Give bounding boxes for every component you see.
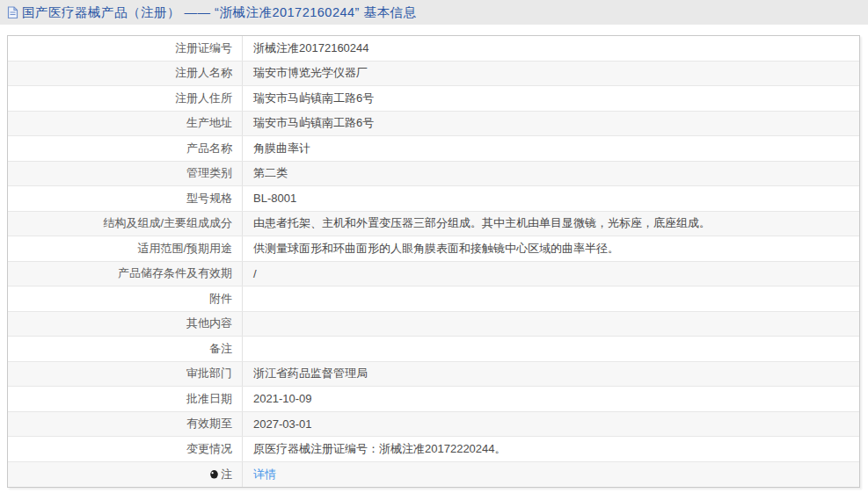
row-value: 瑞安市博览光学仪器厂: [242, 62, 859, 86]
row-value: 浙械注准20172160244: [242, 36, 859, 61]
info-table: 注册证编号浙械注准20172160244注册人名称瑞安市博览光学仪器厂注册人住所…: [7, 35, 860, 488]
row-label: 注册证编号: [8, 36, 242, 61]
row-value: [242, 286, 859, 311]
table-row: 其他内容: [8, 312, 859, 337]
table-row: 附件: [8, 286, 859, 312]
row-label: 结构及组成/主要组成成分: [8, 212, 242, 236]
table-row: 结构及组成/主要组成成分由患者托架、主机和外置变压器三部分组成。其中主机由单目显…: [8, 212, 859, 237]
table-row: 生产地址瑞安市马屿镇南工路6号: [8, 112, 859, 137]
row-label: 变更情况: [8, 437, 242, 461]
row-label: 附件: [8, 286, 242, 311]
row-label: 有效期至: [8, 412, 242, 437]
row-value: 2021-10-09: [242, 387, 859, 411]
row-label: 注: [8, 462, 242, 488]
row-value: 2027-03-01: [242, 412, 859, 437]
row-label: 批准日期: [8, 387, 242, 411]
table-row: 审批部门浙江省药品监督管理局: [8, 362, 859, 388]
table-row: 备注: [8, 337, 859, 362]
header-bar: 国产医疗器械产品（注册） —— “浙械注准20172160244” 基本信息: [0, 0, 868, 25]
document-icon: [7, 6, 18, 19]
row-label: 型号规格: [8, 186, 242, 211]
page-title: 国产医疗器械产品（注册） —— “浙械注准20172160244” 基本信息: [22, 4, 416, 21]
table-row: 管理类别第二类: [8, 162, 859, 187]
row-label: 注册人住所: [8, 86, 242, 111]
details-link[interactable]: 详情: [253, 467, 276, 482]
row-value: BL-8001: [242, 186, 859, 211]
row-value: 角膜曲率计: [242, 136, 859, 161]
table-row: 产品名称角膜曲率计: [8, 136, 859, 162]
note-icon: [209, 469, 219, 480]
row-label: 适用范围/预期用途: [8, 236, 242, 261]
row-label: 其他内容: [8, 312, 242, 337]
row-value: [242, 337, 859, 361]
table-row: 注册人住所瑞安市马屿镇南工路6号: [8, 86, 859, 112]
table-row: 注册证编号浙械注准20172160244: [8, 36, 859, 62]
table-row: 有效期至2027-03-01: [8, 412, 859, 438]
row-value: 瑞安市马屿镇南工路6号: [242, 86, 859, 111]
row-label: 审批部门: [8, 362, 242, 387]
table-row: 产品储存条件及有效期/: [8, 262, 859, 287]
row-value: 浙江省药品监督管理局: [242, 362, 859, 387]
row-value: [242, 312, 859, 337]
row-label: 产品储存条件及有效期: [8, 262, 242, 286]
row-value: 瑞安市马屿镇南工路6号: [242, 112, 859, 136]
table-row: 变更情况原医疗器械注册证编号：浙械注准20172220244。: [8, 437, 859, 462]
table-row: 型号规格BL-8001: [8, 186, 859, 212]
row-value: 供测量球面形和环曲面形的人眼角膜表面和接触镜中心区域的曲率半径。: [242, 236, 859, 261]
row-label: 生产地址: [8, 112, 242, 136]
row-label: 注册人名称: [8, 62, 242, 86]
row-label: 产品名称: [8, 136, 242, 161]
row-value: 由患者托架、主机和外置变压器三部分组成。其中主机由单目显微镜，光标座，底座组成。: [242, 212, 859, 236]
table-row: 适用范围/预期用途供测量球面形和环曲面形的人眼角膜表面和接触镜中心区域的曲率半径…: [8, 236, 859, 262]
row-value: /: [242, 262, 859, 286]
row-label: 管理类别: [8, 162, 242, 186]
row-value: 详情: [242, 462, 859, 488]
row-value: 原医疗器械注册证编号：浙械注准20172220244。: [242, 437, 859, 461]
table-row: 注详情: [8, 462, 859, 488]
table-row: 注册人名称瑞安市博览光学仪器厂: [8, 62, 859, 87]
row-value: 第二类: [242, 162, 859, 186]
table-row: 批准日期2021-10-09: [8, 387, 859, 412]
row-label: 备注: [8, 337, 242, 361]
